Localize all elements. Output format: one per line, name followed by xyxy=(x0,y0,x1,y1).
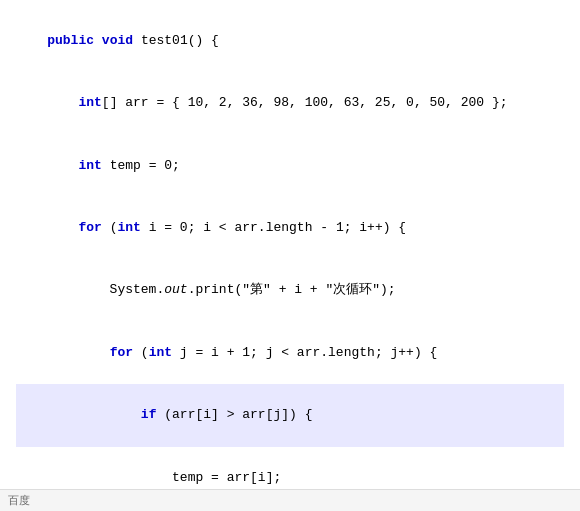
baidu-text: 百度 xyxy=(8,493,30,508)
code-line-6: if (arr[i] > arr[j]) { xyxy=(16,384,564,446)
code-line-3: for (int i = 0; i < arr.length - 1; i++)… xyxy=(16,197,564,259)
code-section: public void test01() { int[] arr = { 10,… xyxy=(0,0,580,511)
code-line-1: int[] arr = { 10, 2, 36, 98, 100, 63, 25… xyxy=(16,72,564,134)
code-title-line: public void test01() { xyxy=(16,10,564,72)
code-line-5: for (int j = i + 1; j < arr.length; j++)… xyxy=(16,322,564,384)
code-line-4: System.out.print("第" + i + "次循环"); xyxy=(16,260,564,322)
code-line-2: int temp = 0; xyxy=(16,135,564,197)
baidu-bar: 百度 xyxy=(0,489,580,511)
